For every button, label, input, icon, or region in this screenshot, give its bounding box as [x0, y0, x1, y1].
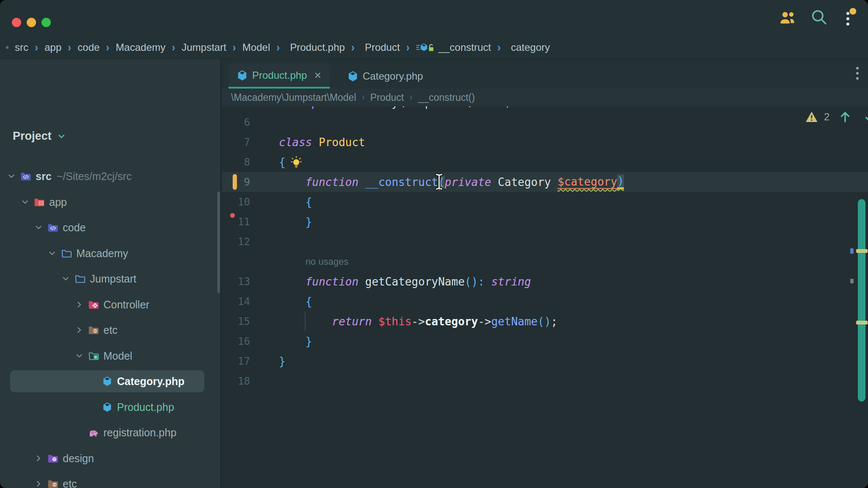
code-token: ;	[551, 315, 558, 328]
code-token: {	[306, 295, 312, 308]
inspection-widget: 2	[805, 110, 868, 124]
code-line-15[interactable]: 15 return $this->category->getName();	[222, 311, 868, 331]
warning-icon[interactable]	[805, 111, 818, 123]
search-icon[interactable]	[810, 9, 828, 27]
analysis-mark	[850, 279, 854, 283]
tree-item-label: registration.php	[103, 427, 176, 439]
code-line-18[interactable]: 18	[222, 371, 868, 391]
code-line-12[interactable]: 12	[222, 232, 868, 252]
code-token	[484, 275, 491, 288]
code-inlay-line[interactable]: no usages	[222, 252, 868, 272]
traffic-lights	[12, 18, 51, 27]
editor-scrollbar-thumb[interactable]	[858, 199, 865, 402]
close-window-button[interactable]	[12, 18, 21, 27]
intention-bulb-icon[interactable]	[290, 155, 303, 169]
code-token: Category	[491, 176, 558, 189]
code-token: :	[478, 275, 485, 288]
tree-item-src[interactable]: src~/Sites/m2cj/src	[0, 165, 220, 187]
chevron-down-icon[interactable]	[47, 249, 58, 258]
code-line-6[interactable]: 6	[222, 112, 868, 132]
breadcrumb-construct[interactable]: __construct	[416, 42, 491, 53]
breadcrumb-model[interactable]: Model	[242, 42, 270, 53]
tab-list-menu-icon[interactable]	[856, 67, 859, 80]
line-number: 6	[222, 116, 250, 128]
tree-item-code[interactable]: code	[0, 216, 220, 238]
chevron-down-icon	[57, 132, 66, 141]
chevron-down-icon[interactable]	[74, 351, 85, 360]
gutter-error-dot	[230, 213, 235, 218]
editor-breadcrumb-0[interactable]: \Macademy\Jumpstart\Model	[231, 92, 356, 103]
code-token: }	[306, 335, 312, 348]
code-line-9[interactable]: 9 function __construct(private Category …	[222, 172, 868, 192]
code-editor[interactable]: 5namespace Macademy\Jumpstart\Model;67cl…	[222, 92, 868, 391]
breadcrumb-category[interactable]: category	[507, 42, 550, 53]
breadcrumb-product-php[interactable]: Product.php	[286, 42, 345, 53]
code-line-11[interactable]: 11 }	[222, 212, 868, 232]
breadcrumb-label: __construct	[438, 42, 491, 53]
tree-item-design[interactable]: design	[0, 447, 220, 469]
tab-category-php[interactable]: Category.php	[339, 64, 431, 89]
chevron-down-icon[interactable]	[33, 223, 44, 232]
code-line-14[interactable]: 14 {	[222, 291, 868, 311]
code-line-16[interactable]: 16 }	[222, 331, 868, 351]
code-with-me-icon[interactable]	[779, 11, 796, 25]
editor-breadcrumb-1[interactable]: Product	[370, 92, 404, 103]
breadcrumb-code[interactable]: code	[78, 42, 100, 53]
code-line-17[interactable]: 17}	[222, 351, 868, 371]
chevron-right-icon[interactable]	[74, 300, 85, 309]
tree-item-category-php[interactable]: Category.php	[0, 370, 220, 392]
breadcrumb-app[interactable]: app	[45, 42, 61, 53]
chevron-right-icon[interactable]	[74, 325, 85, 335]
minimize-window-button[interactable]	[27, 18, 36, 27]
breadcrumb-chevron-icon: ›	[409, 92, 412, 103]
code-line-13[interactable]: 13 function getCategoryName(): string	[222, 272, 868, 291]
tree-item-label: Category.php	[117, 375, 184, 388]
breadcrumb-label: Product.php	[290, 42, 345, 53]
chevron-right-icon[interactable]	[33, 479, 44, 488]
code-line-10[interactable]: 10 {	[222, 192, 868, 212]
tab-product-php[interactable]: Product.php ×	[228, 64, 330, 89]
project-scrollbar[interactable]	[217, 191, 220, 293]
breadcrumb-macademy[interactable]: Macademy	[116, 42, 165, 53]
tree-item-jumpstart[interactable]: Jumpstart	[0, 268, 220, 290]
next-problem-arrow-icon[interactable]	[863, 110, 868, 124]
tree-item-app[interactable]: app	[0, 191, 220, 213]
phpstorm-window: src›app›code›Macademy›Jumpstart›Model›Pr…	[0, 0, 868, 488]
folder-blue-icon	[75, 274, 86, 284]
breadcrumb-chevron-icon: ›	[106, 40, 109, 54]
more-options-icon[interactable]	[843, 7, 857, 28]
chevron-down-icon[interactable]	[60, 274, 71, 283]
tree-item-registration-php[interactable]: registration.php	[0, 421, 220, 444]
folder-app-icon	[34, 197, 45, 207]
tree-item-product-php[interactable]: Product.php	[0, 396, 220, 418]
breadcrumb-label: Model	[242, 42, 270, 53]
breadcrumb-src[interactable]: src	[15, 42, 28, 53]
code-line-7[interactable]: 7class Product	[222, 132, 868, 152]
project-panel-header[interactable]: Project	[13, 130, 66, 143]
chevron-down-icon[interactable]	[19, 197, 31, 207]
tree-item-controller[interactable]: Controller	[0, 294, 220, 316]
folder-controller-icon	[88, 299, 99, 310]
folder-etc-icon	[47, 479, 58, 488]
code-token: {	[306, 196, 312, 208]
close-tab-icon[interactable]: ×	[314, 71, 321, 80]
code-token: function	[306, 176, 359, 189]
code-token: getName	[491, 315, 538, 328]
tree-item-etc[interactable]: etc	[0, 319, 220, 341]
warning-stripe-mark[interactable]	[856, 321, 868, 324]
editor-breadcrumb-2[interactable]: __construct()	[418, 92, 475, 103]
tree-item-macademy[interactable]: Macademy	[0, 242, 220, 264]
folder-blue-icon	[61, 248, 72, 258]
tree-item-etc[interactable]: etc	[0, 473, 220, 488]
chevron-right-icon[interactable]	[33, 454, 44, 463]
previous-problem-arrow-icon[interactable]	[839, 110, 851, 124]
tree-item-model[interactable]: Model	[0, 345, 220, 367]
chevron-down-icon[interactable]	[6, 172, 17, 181]
warning-stripe-mark[interactable]	[856, 249, 868, 253]
breadcrumb-product[interactable]: Product	[361, 42, 400, 53]
php-file-icon	[237, 70, 248, 81]
fullscreen-window-button[interactable]	[42, 18, 51, 27]
code-line-8[interactable]: 8{	[222, 152, 868, 172]
breadcrumb-jumpstart[interactable]: Jumpstart	[181, 42, 226, 53]
code-token	[359, 176, 365, 189]
